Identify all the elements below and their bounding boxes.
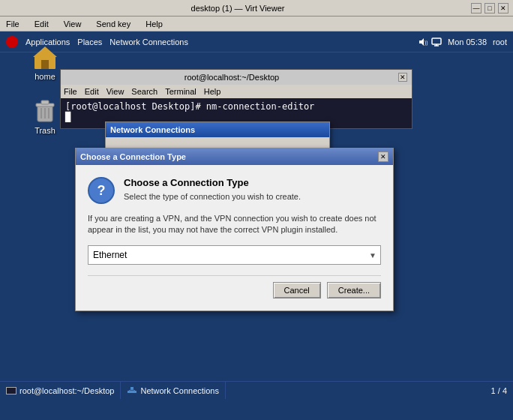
- svg-rect-10: [41, 100, 49, 104]
- terminal-title: root@localhost:~/Desktop: [65, 73, 398, 82]
- svg-text:)))): )))): [424, 40, 428, 46]
- choose-dialog-header: ? Choose a Connection Type Select the ty…: [88, 177, 381, 204]
- taskbar-terminal-item[interactable]: root@localhost:~/Desktop: [0, 382, 121, 399]
- taskbar: root@localhost:~/Desktop Network Connect…: [0, 381, 513, 399]
- svg-rect-7: [41, 60, 49, 69]
- window-title: desktop (1) — Virt Viewer: [4, 4, 471, 13]
- choose-dialog-vpn-note: If you are creating a VPN, and the VPN c…: [88, 213, 381, 236]
- choose-dialog-text-block: Choose a Connection Type Select the type…: [124, 177, 301, 202]
- close-button[interactable]: ✕: [498, 3, 508, 14]
- network-connections-menu[interactable]: Network Connections: [110, 38, 188, 46]
- terminal-close-button[interactable]: ✕: [398, 73, 407, 82]
- home-icon-svg: [32, 44, 58, 70]
- system-icons: )))): [418, 37, 442, 47]
- taskbar-page-info: 1 / 4: [485, 386, 513, 395]
- question-icon: ?: [88, 177, 115, 204]
- menu-edit[interactable]: Edit: [32, 20, 52, 28]
- choose-dialog-title-text: Choose a Connection Type: [80, 152, 186, 161]
- minimize-button[interactable]: —: [471, 3, 482, 14]
- terminal-menubar: File Edit View Search Terminal Help: [61, 85, 412, 98]
- monitor-icon: [431, 37, 442, 47]
- choose-connection-dialog: Choose a Connection Type ✕ ? Choose a Co…: [75, 148, 394, 311]
- svg-rect-17: [134, 391, 136, 393]
- svg-marker-6: [33, 46, 57, 57]
- taskbar-network-label: Network Connections: [140, 386, 219, 395]
- maximize-button[interactable]: □: [484, 3, 495, 14]
- choose-dialog-buttons: Cancel Create...: [88, 275, 381, 302]
- title-bar: desktop (1) — Virt Viewer — □ ✕: [0, 0, 513, 16]
- connection-type-dropdown[interactable]: Ethernet Wi-Fi Bluetooth DSL Mobile Broa…: [88, 245, 381, 265]
- terminal-cursor: █: [65, 112, 70, 122]
- menu-send-key[interactable]: Send key: [93, 20, 134, 28]
- choose-dialog-body: ? Choose a Connection Type Select the ty…: [76, 165, 393, 310]
- choose-dialog-titlebar: Choose a Connection Type ✕: [76, 148, 393, 165]
- app-menu-icon: [6, 36, 18, 48]
- svg-rect-14: [130, 387, 134, 389]
- app-menu-bar: File Edit View Send key Help: [0, 16, 513, 32]
- terminal-menu-help[interactable]: Help: [204, 87, 221, 96]
- trash-icon-label: Trash: [34, 126, 56, 135]
- nc-dialog-title: Network Connections: [110, 125, 195, 134]
- places-menu[interactable]: Places: [77, 38, 102, 46]
- speaker-icon: )))): [418, 37, 428, 47]
- window-controls: — □ ✕: [471, 3, 508, 14]
- terminal-menu-terminal[interactable]: Terminal: [165, 87, 196, 96]
- terminal-command: [root@localhost Desktop]# nm-connection-…: [65, 101, 314, 112]
- taskbar-terminal-label: root@localhost:~/Desktop: [20, 386, 114, 395]
- panel-right: )))) Mon 05:38 root: [418, 37, 507, 47]
- terminal-window: root@localhost:~/Desktop ✕ File Edit Vie…: [60, 69, 412, 129]
- taskbar-network-item[interactable]: Network Connections: [121, 382, 226, 399]
- svg-line-20: [132, 389, 135, 391]
- terminal-menu-edit[interactable]: Edit: [85, 87, 99, 96]
- terminal-menu-view[interactable]: View: [106, 87, 124, 96]
- choose-dialog-close-button[interactable]: ✕: [378, 152, 388, 162]
- menu-file[interactable]: File: [3, 20, 22, 28]
- terminal-titlebar: root@localhost:~/Desktop ✕: [61, 70, 412, 85]
- connection-type-dropdown-wrapper: Ethernet Wi-Fi Bluetooth DSL Mobile Broa…: [88, 245, 381, 265]
- user-label: root: [493, 38, 507, 46]
- menu-view[interactable]: View: [61, 20, 85, 28]
- choose-dialog-description: Select the type of connection you wish t…: [124, 191, 301, 202]
- desktop-area: Applications Places Network Connections …: [0, 32, 513, 399]
- terminal-taskbar-icon: [6, 387, 16, 394]
- terminal-menu-file[interactable]: File: [64, 87, 77, 96]
- trash-icon-svg: [32, 98, 58, 124]
- svg-rect-15: [128, 391, 130, 393]
- clock: Mon 05:38: [448, 38, 487, 46]
- nc-dialog-titlebar: Network Connections: [106, 122, 329, 137]
- terminal-menu-search[interactable]: Search: [131, 87, 158, 96]
- home-icon-label: home: [34, 72, 56, 81]
- network-taskbar-icon: [127, 386, 137, 396]
- svg-rect-2: [432, 38, 441, 44]
- cancel-button[interactable]: Cancel: [273, 282, 321, 298]
- svg-marker-0: [419, 38, 424, 46]
- menu-help[interactable]: Help: [142, 20, 166, 28]
- choose-dialog-heading: Choose a Connection Type: [124, 177, 301, 188]
- svg-line-18: [129, 389, 132, 391]
- create-button[interactable]: Create...: [327, 282, 381, 298]
- desktop-panel: Applications Places Network Connections …: [0, 32, 513, 52]
- svg-rect-16: [130, 391, 134, 393]
